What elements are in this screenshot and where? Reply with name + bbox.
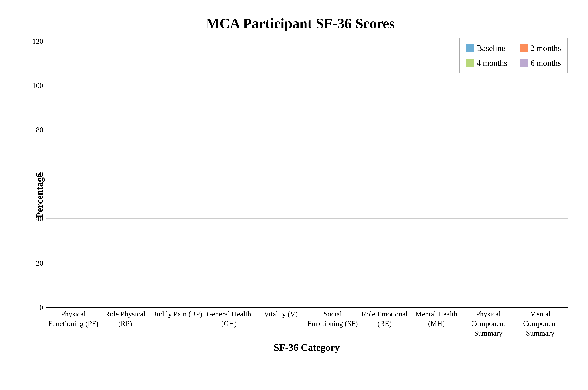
x-label: Physical Functioning (PF) [48, 309, 99, 338]
legend-color-six-months [520, 59, 528, 67]
y-tick-label: 80 [36, 126, 46, 134]
plot-area: 020406080100120 [46, 41, 568, 308]
chart-area: Percentage Baseline 2 months 4 months [33, 38, 568, 353]
legend-color-baseline [466, 44, 474, 52]
x-labels: Physical Functioning (PF)Role Physical (… [46, 309, 568, 338]
y-tick-label: 100 [32, 81, 46, 90]
x-label: Bodily Pain (BP) [151, 309, 203, 338]
legend-item-six-months: 6 months [520, 56, 561, 70]
x-label: Physical Component Summary [462, 309, 514, 338]
x-label: Role Emotional (RE) [359, 309, 411, 338]
legend-label-six-months: 6 months [530, 56, 561, 70]
y-tick-label: 60 [36, 170, 46, 179]
legend: Baseline 2 months 4 months 6 months [459, 38, 568, 73]
legend-label-two-months: 2 months [530, 42, 561, 55]
bars-area [46, 41, 568, 308]
legend-item-four-months: 4 months [466, 56, 507, 70]
x-axis-title: SF-36 Category [46, 342, 568, 353]
chart-title: MCA Participant SF-36 Scores [33, 15, 568, 32]
plot-wrapper: 020406080100120 Physical Functioning (PF… [46, 38, 568, 353]
y-tick-label: 40 [36, 214, 46, 223]
x-label: Role Physical (RP) [99, 309, 151, 338]
legend-item-baseline: Baseline [466, 42, 507, 55]
x-label: Mental Health (MH) [411, 309, 462, 338]
legend-item-two-months: 2 months [520, 42, 561, 55]
x-label: Social Functioning (SF) [307, 309, 359, 338]
chart-inner: Baseline 2 months 4 months 6 months [46, 38, 568, 353]
x-label: Mental Component Summary [514, 309, 566, 338]
x-label: General Health (GH) [203, 309, 255, 338]
chart-container: MCA Participant SF-36 Scores Percentage … [8, 6, 581, 385]
y-tick-label: 120 [32, 37, 46, 45]
x-label: Vitality (V) [255, 309, 307, 338]
legend-color-four-months [466, 59, 474, 67]
legend-label-four-months: 4 months [477, 56, 507, 70]
legend-label-baseline: Baseline [477, 42, 505, 55]
y-tick-label: 20 [36, 259, 46, 267]
y-tick-label: 0 [40, 303, 46, 312]
legend-color-two-months [520, 44, 528, 52]
